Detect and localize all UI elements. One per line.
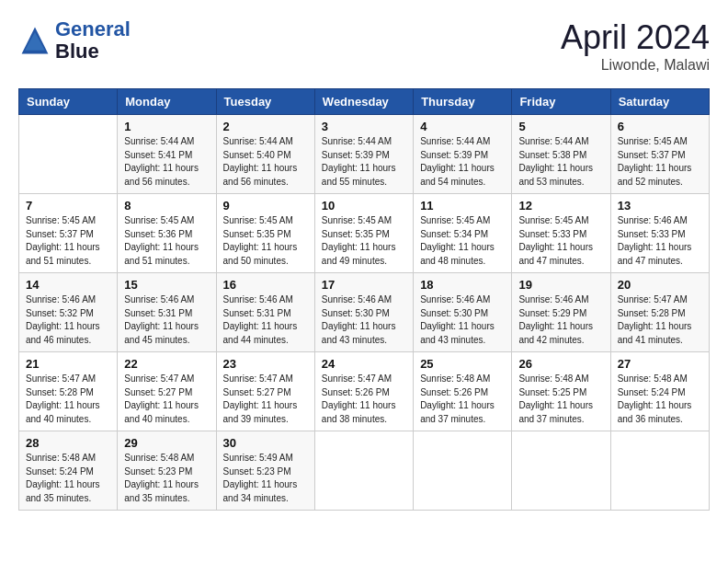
calendar-cell <box>512 431 610 511</box>
calendar-cell: 4Sunrise: 5:44 AM Sunset: 5:39 PM Daylig… <box>414 115 512 194</box>
day-number: 16 <box>223 278 308 292</box>
calendar-cell: 20Sunrise: 5:47 AM Sunset: 5:28 PM Dayli… <box>610 273 709 352</box>
col-header-friday: Friday <box>512 89 610 115</box>
day-detail: Sunrise: 5:47 AM Sunset: 5:28 PM Dayligh… <box>618 293 702 347</box>
day-detail: Sunrise: 5:45 AM Sunset: 5:36 PM Dayligh… <box>124 214 209 268</box>
calendar-cell: 14Sunrise: 5:46 AM Sunset: 5:32 PM Dayli… <box>19 273 118 352</box>
calendar-cell: 5Sunrise: 5:44 AM Sunset: 5:38 PM Daylig… <box>512 115 610 194</box>
day-detail: Sunrise: 5:47 AM Sunset: 5:27 PM Dayligh… <box>124 373 209 426</box>
day-number: 24 <box>322 357 406 371</box>
week-row-3: 14Sunrise: 5:46 AM Sunset: 5:32 PM Dayli… <box>19 273 710 352</box>
month-title: April 2024 <box>561 18 710 57</box>
calendar-header-row: SundayMondayTuesdayWednesdayThursdayFrid… <box>19 89 710 115</box>
day-detail: Sunrise: 5:45 AM Sunset: 5:35 PM Dayligh… <box>223 214 308 268</box>
calendar-cell: 17Sunrise: 5:46 AM Sunset: 5:30 PM Dayli… <box>314 273 413 352</box>
day-number: 28 <box>26 436 110 450</box>
col-header-tuesday: Tuesday <box>216 89 314 115</box>
calendar-cell: 16Sunrise: 5:46 AM Sunset: 5:31 PM Dayli… <box>216 273 314 352</box>
day-detail: Sunrise: 5:48 AM Sunset: 5:25 PM Dayligh… <box>518 373 603 426</box>
day-detail: Sunrise: 5:48 AM Sunset: 5:24 PM Dayligh… <box>618 373 702 426</box>
day-number: 8 <box>124 199 209 213</box>
day-detail: Sunrise: 5:45 AM Sunset: 5:37 PM Dayligh… <box>26 214 110 268</box>
logo-icon <box>18 24 51 57</box>
col-header-saturday: Saturday <box>610 89 709 115</box>
day-number: 3 <box>322 120 406 133</box>
day-number: 2 <box>223 120 308 133</box>
day-number: 13 <box>618 199 702 213</box>
day-number: 20 <box>618 278 702 292</box>
week-row-1: 1Sunrise: 5:44 AM Sunset: 5:41 PM Daylig… <box>19 115 710 194</box>
day-detail: Sunrise: 5:44 AM Sunset: 5:39 PM Dayligh… <box>322 135 406 189</box>
calendar-cell <box>610 431 709 511</box>
day-detail: Sunrise: 5:45 AM Sunset: 5:35 PM Dayligh… <box>322 214 406 268</box>
col-header-monday: Monday <box>118 89 216 115</box>
week-row-2: 7Sunrise: 5:45 AM Sunset: 5:37 PM Daylig… <box>19 194 710 273</box>
day-number: 25 <box>420 357 505 371</box>
day-number: 18 <box>420 278 505 292</box>
day-number: 30 <box>223 436 308 450</box>
day-number: 23 <box>223 357 308 371</box>
day-number: 6 <box>618 120 702 133</box>
logo-text: General Blue <box>55 18 131 63</box>
day-detail: Sunrise: 5:49 AM Sunset: 5:23 PM Dayligh… <box>223 452 308 505</box>
day-detail: Sunrise: 5:47 AM Sunset: 5:27 PM Dayligh… <box>223 373 308 426</box>
day-number: 5 <box>518 120 603 133</box>
calendar-cell <box>19 115 118 194</box>
day-detail: Sunrise: 5:46 AM Sunset: 5:32 PM Dayligh… <box>26 293 110 347</box>
day-number: 19 <box>518 278 603 292</box>
calendar-cell: 7Sunrise: 5:45 AM Sunset: 5:37 PM Daylig… <box>19 194 118 273</box>
calendar-cell: 13Sunrise: 5:46 AM Sunset: 5:33 PM Dayli… <box>610 194 709 273</box>
day-number: 17 <box>322 278 406 292</box>
calendar-cell: 21Sunrise: 5:47 AM Sunset: 5:28 PM Dayli… <box>19 352 118 431</box>
calendar-cell: 9Sunrise: 5:45 AM Sunset: 5:35 PM Daylig… <box>216 194 314 273</box>
location-subtitle: Liwonde, Malawi <box>561 57 710 74</box>
day-detail: Sunrise: 5:45 AM Sunset: 5:33 PM Dayligh… <box>518 214 603 268</box>
day-detail: Sunrise: 5:46 AM Sunset: 5:33 PM Dayligh… <box>618 214 702 268</box>
calendar-cell: 30Sunrise: 5:49 AM Sunset: 5:23 PM Dayli… <box>216 431 314 511</box>
calendar-cell: 29Sunrise: 5:48 AM Sunset: 5:23 PM Dayli… <box>118 431 216 511</box>
calendar-cell: 6Sunrise: 5:45 AM Sunset: 5:37 PM Daylig… <box>610 115 709 194</box>
calendar-cell: 28Sunrise: 5:48 AM Sunset: 5:24 PM Dayli… <box>19 431 118 511</box>
day-number: 27 <box>618 357 702 371</box>
calendar-cell <box>414 431 512 511</box>
day-number: 29 <box>124 436 209 450</box>
calendar-cell: 18Sunrise: 5:46 AM Sunset: 5:30 PM Dayli… <box>414 273 512 352</box>
day-number: 22 <box>124 357 209 371</box>
day-number: 9 <box>223 199 308 213</box>
day-number: 11 <box>420 199 505 213</box>
calendar-cell: 11Sunrise: 5:45 AM Sunset: 5:34 PM Dayli… <box>414 194 512 273</box>
calendar-cell: 26Sunrise: 5:48 AM Sunset: 5:25 PM Dayli… <box>512 352 610 431</box>
col-header-sunday: Sunday <box>19 89 118 115</box>
day-detail: Sunrise: 5:44 AM Sunset: 5:39 PM Dayligh… <box>420 135 505 189</box>
day-detail: Sunrise: 5:46 AM Sunset: 5:29 PM Dayligh… <box>518 293 603 347</box>
day-detail: Sunrise: 5:44 AM Sunset: 5:40 PM Dayligh… <box>223 135 308 189</box>
day-number: 14 <box>26 278 110 292</box>
col-header-wednesday: Wednesday <box>314 89 413 115</box>
day-detail: Sunrise: 5:44 AM Sunset: 5:41 PM Dayligh… <box>124 135 209 189</box>
calendar-cell: 24Sunrise: 5:47 AM Sunset: 5:26 PM Dayli… <box>314 352 413 431</box>
col-header-thursday: Thursday <box>414 89 512 115</box>
title-block: April 2024 Liwonde, Malawi <box>561 18 710 74</box>
calendar-cell: 22Sunrise: 5:47 AM Sunset: 5:27 PM Dayli… <box>118 352 216 431</box>
day-detail: Sunrise: 5:46 AM Sunset: 5:31 PM Dayligh… <box>124 293 209 347</box>
day-number: 4 <box>420 120 505 133</box>
calendar-table: SundayMondayTuesdayWednesdayThursdayFrid… <box>18 88 710 511</box>
day-detail: Sunrise: 5:48 AM Sunset: 5:24 PM Dayligh… <box>26 452 110 505</box>
week-row-4: 21Sunrise: 5:47 AM Sunset: 5:28 PM Dayli… <box>19 352 710 431</box>
day-detail: Sunrise: 5:46 AM Sunset: 5:30 PM Dayligh… <box>322 293 406 347</box>
day-detail: Sunrise: 5:46 AM Sunset: 5:30 PM Dayligh… <box>420 293 505 347</box>
week-row-5: 28Sunrise: 5:48 AM Sunset: 5:24 PM Dayli… <box>19 431 710 511</box>
day-detail: Sunrise: 5:44 AM Sunset: 5:38 PM Dayligh… <box>518 135 603 189</box>
day-detail: Sunrise: 5:47 AM Sunset: 5:26 PM Dayligh… <box>322 373 406 426</box>
logo: General Blue <box>18 18 131 63</box>
day-number: 12 <box>518 199 603 213</box>
calendar-cell: 27Sunrise: 5:48 AM Sunset: 5:24 PM Dayli… <box>610 352 709 431</box>
calendar-cell: 1Sunrise: 5:44 AM Sunset: 5:41 PM Daylig… <box>118 115 216 194</box>
page-header: General Blue April 2024 Liwonde, Malawi <box>18 18 710 74</box>
day-number: 7 <box>26 199 110 213</box>
calendar-cell: 10Sunrise: 5:45 AM Sunset: 5:35 PM Dayli… <box>314 194 413 273</box>
day-detail: Sunrise: 5:46 AM Sunset: 5:31 PM Dayligh… <box>223 293 308 347</box>
day-detail: Sunrise: 5:48 AM Sunset: 5:26 PM Dayligh… <box>420 373 505 426</box>
day-number: 21 <box>26 357 110 371</box>
calendar-cell: 15Sunrise: 5:46 AM Sunset: 5:31 PM Dayli… <box>118 273 216 352</box>
